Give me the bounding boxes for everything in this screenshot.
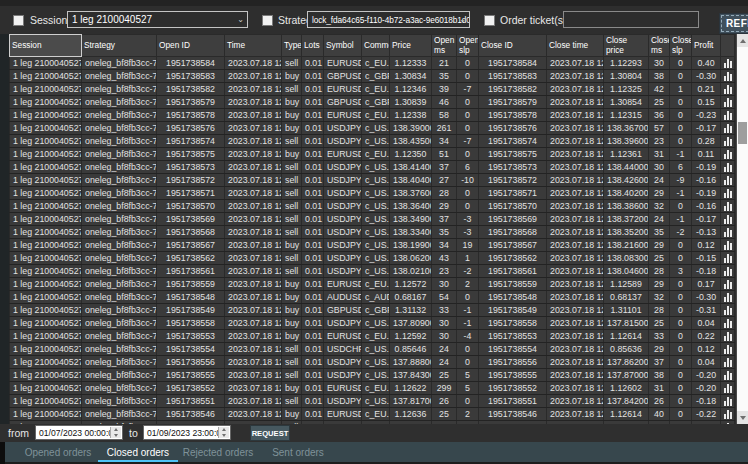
bar-chart-icon[interactable] [724,410,732,419]
column-header-comment[interactable]: Comment [362,35,390,57]
bar-chart-icon[interactable] [724,98,732,107]
tab-closed-orders[interactable]: Closed orders [98,442,178,462]
column-header-symbol[interactable]: Symbol [324,35,362,57]
cell-price: 1.12572 [390,278,432,291]
bar-chart-icon[interactable] [724,59,732,68]
order-tickets-checkbox[interactable] [484,15,495,26]
order-row[interactable]: 1 leg 2100040527oneleg_bf8fb3cc-75f4-4..… [10,57,735,70]
order-row[interactable]: 1 leg 2100040527oneleg_bf8fb3cc-75f4-4..… [10,213,735,226]
cell-symbol: USDJPY [324,239,362,252]
bar-chart-icon[interactable] [724,384,732,393]
strategies-checkbox[interactable] [262,15,273,26]
from-date-input[interactable]: 01/07/2023 00:00:00 [35,425,123,440]
column-header-strategy[interactable]: Strategy [82,35,157,57]
column-header-price[interactable]: Price [390,35,432,57]
bar-chart-icon[interactable] [724,137,732,146]
order-row[interactable]: 1 leg 2100040527oneleg_bf8fb3cc-75f4-4..… [10,252,735,265]
order-row[interactable]: 1 leg 2100040527oneleg_bf8fb3cc-75f4-4..… [10,226,735,239]
bar-chart-icon[interactable] [724,358,732,367]
order-row[interactable]: 1 leg 2100040527oneleg_bf8fb3cc-75f4-4..… [10,408,735,421]
bar-chart-icon[interactable] [724,254,732,263]
scroll-down-button[interactable] [737,411,748,424]
order-row[interactable]: 1 leg 2100040527oneleg_bf8fb3cc-75f4-4..… [10,356,735,369]
bar-chart-icon[interactable] [724,228,732,237]
order-row[interactable]: 1 leg 2100040527oneleg_bf8fb3cc-75f4-4..… [10,135,735,148]
order-row[interactable]: 1 leg 2100040527oneleg_bf8fb3cc-75f4-4..… [10,291,735,304]
bar-chart-icon[interactable] [724,397,732,406]
strategies-dropdown[interactable]: lock_fda64c65-f110-4b72-a3ac-9e6018b1d00… [307,11,470,28]
order-row[interactable]: 1 leg 2100040527oneleg_bf8fb3cc-75f4-4..… [10,304,735,317]
bar-chart-icon[interactable] [724,111,732,120]
order-row[interactable]: 1 leg 2100040527oneleg_bf8fb3cc-75f4-4..… [10,174,735,187]
order-row[interactable]: 1 leg 2100040527oneleg_bf8fb3cc-75f4-4..… [10,343,735,356]
bar-chart-icon[interactable] [724,85,732,94]
bar-chart-icon[interactable] [724,293,732,302]
column-header-open-id[interactable]: Open ID [157,35,225,57]
scroll-up-button[interactable] [737,34,748,47]
column-header-open-slp[interactable]: Open slp [457,35,479,57]
to-date-spinner[interactable] [218,427,229,438]
bar-chart-icon[interactable] [724,319,732,328]
order-row[interactable]: 1 leg 2100040527oneleg_bf8fb3cc-75f4-4..… [10,148,735,161]
column-header-close-id[interactable]: Close ID [479,35,547,57]
order-row[interactable]: 1 leg 2100040527oneleg_bf8fb3cc-75f4-4..… [10,122,735,135]
order-row[interactable]: 1 leg 2100040527oneleg_bf8fb3cc-75f4-4..… [10,200,735,213]
order-row[interactable]: 1 leg 2100040527oneleg_bf8fb3cc-75f4-4..… [10,369,735,382]
order-row[interactable]: 1 leg 2100040527oneleg_bf8fb3cc-75f4-4..… [10,395,735,408]
session-checkbox[interactable] [13,15,24,26]
bar-chart-icon[interactable] [724,72,732,81]
tab-rejected-orders[interactable]: Rejected orders [178,442,258,462]
bar-chart-icon[interactable] [724,215,732,224]
bar-chart-icon[interactable] [724,150,732,159]
column-header-profit[interactable]: Profit [692,35,721,57]
scrollbar-thumb[interactable] [738,122,747,144]
bar-chart-icon[interactable] [724,163,732,172]
column-header-close-ms[interactable]: Close ms [649,35,670,57]
tab-opened-orders[interactable]: Opened orders [18,442,98,462]
column-header-close-time[interactable]: Close time [547,35,604,57]
bar-chart-icon[interactable] [724,306,732,315]
to-date-input[interactable]: 01/09/2023 23:00:00 [143,425,231,440]
cell-price: 138.02100 [390,265,432,278]
order-row[interactable]: 1 leg 2100040527oneleg_bf8fb3cc-75f4-4..… [10,239,735,252]
bar-chart-icon[interactable] [724,241,732,250]
order-row[interactable]: 1 leg 2100040527oneleg_bf8fb3cc-75f4-4..… [10,265,735,278]
column-header-close-price[interactable]: Close price [604,35,649,57]
column-header-session[interactable]: Session [10,35,82,57]
order-row[interactable]: 1 leg 2100040527oneleg_bf8fb3cc-75f4-4..… [10,96,735,109]
order-row[interactable]: 1 leg 2100040527oneleg_bf8fb3cc-75f4-4..… [10,317,735,330]
vertical-scrollbar[interactable] [736,34,748,424]
bar-chart-icon[interactable] [724,371,732,380]
column-header-lots[interactable]: Lots [302,35,324,57]
order-row[interactable]: 1 leg 2100040527oneleg_bf8fb3cc-75f4-4..… [10,278,735,291]
column-header-time[interactable]: Time [225,35,282,57]
bar-chart-icon[interactable] [724,189,732,198]
bar-chart-icon[interactable] [724,332,732,341]
bar-chart-icon[interactable] [724,280,732,289]
tab-sent-orders[interactable]: Sent orders [258,442,338,462]
bar-chart-icon[interactable] [724,124,732,133]
order-row[interactable]: 1 leg 2100040527oneleg_bf8fb3cc-75f4-4..… [10,330,735,343]
column-header-type[interactable]: Type [282,35,302,57]
cell-time: 2023.07.18 12:3... [225,122,282,135]
order-row[interactable]: 1 leg 2100040527oneleg_bf8fb3cc-75f4-4..… [10,187,735,200]
session-dropdown[interactable]: 1 leg 2100040527 ⌄ [67,11,248,28]
order-ticket-input[interactable] [563,11,699,28]
cell-profit: -0.23 [692,109,721,122]
order-row[interactable]: 1 leg 2100040527oneleg_bf8fb3cc-75f4-4..… [10,109,735,122]
bar-chart-icon[interactable] [724,176,732,185]
order-row[interactable]: 1 leg 2100040527oneleg_bf8fb3cc-75f4-4..… [10,83,735,96]
cell-type: buy [282,330,302,343]
bar-chart-icon[interactable] [724,345,732,354]
request-button[interactable]: REQUEST [250,425,290,441]
bar-chart-icon[interactable] [724,267,732,276]
from-date-spinner[interactable] [110,427,121,438]
cell-close-slp: 0 [670,317,692,330]
column-header-close-slp[interactable]: Close slp [670,35,692,57]
bar-chart-icon[interactable] [724,202,732,211]
column-header-open-ms[interactable]: Open ms [432,35,457,57]
order-row[interactable]: 1 leg 2100040527oneleg_bf8fb3cc-75f4-4..… [10,382,735,395]
order-row[interactable]: 1 leg 2100040527oneleg_bf8fb3cc-75f4-4..… [10,161,735,174]
order-row[interactable]: 1 leg 2100040527oneleg_bf8fb3cc-75f4-4..… [10,70,735,83]
refresh-button[interactable]: REFRESH [719,13,748,34]
